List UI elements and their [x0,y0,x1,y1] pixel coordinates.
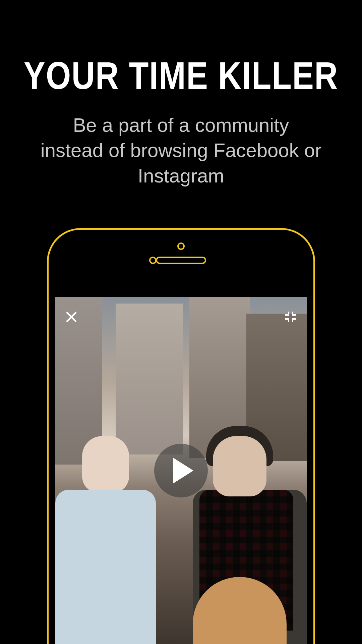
exit-fullscreen-icon[interactable] [284,310,297,324]
phone-top-bezel [49,230,313,297]
page-headline: Your time killer [0,53,362,98]
play-button[interactable] [154,444,208,497]
close-icon[interactable] [65,310,78,324]
page-subheadline: Be a part of a community instead of brow… [0,112,362,188]
phone-speaker-slot [156,257,206,264]
video-player[interactable] [55,297,307,644]
phone-mockup-frame [47,228,315,644]
play-icon [173,458,193,483]
phone-camera-dot [177,243,185,250]
phone-sensor-dot [149,257,157,264]
video-person-left [55,409,156,644]
